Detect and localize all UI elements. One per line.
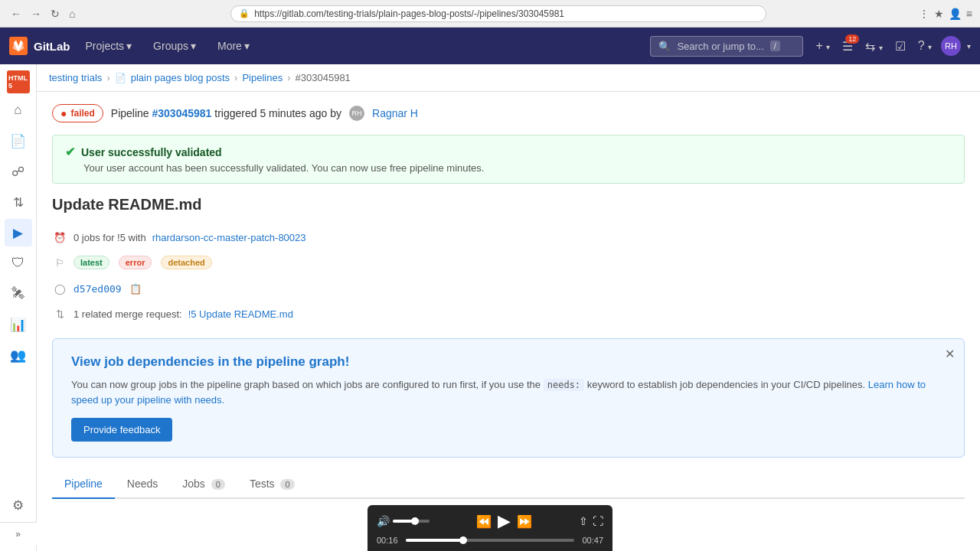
pipeline-user-link[interactable]: Ragnar H bbox=[372, 107, 418, 119]
sidebar-item-analytics[interactable]: 📊 bbox=[5, 311, 32, 338]
merge-icon: ⇅ bbox=[13, 194, 24, 210]
commit-ref-link[interactable]: rhardarson-cc-master-patch-80023 bbox=[152, 232, 306, 243]
commits-icon: ☍ bbox=[11, 164, 24, 180]
expand-icon: » bbox=[15, 529, 21, 540]
status-label: failed bbox=[70, 108, 94, 119]
tab-pipeline-label: Pipeline bbox=[64, 478, 103, 490]
nav-issues-button[interactable]: ☰ 12 bbox=[839, 36, 856, 57]
alert-title: ✔ User successfully validated bbox=[65, 145, 952, 159]
left-sidebar: HTML5 ⌂ 📄 ☍ ⇅ ▶ 🛡 🛰 📊 👥 ⚙ bbox=[0, 64, 37, 551]
search-icon: 🔍 bbox=[658, 41, 671, 52]
nav-projects[interactable]: Projects ▾ bbox=[80, 37, 139, 55]
settings-menu-button[interactable]: ≡ bbox=[966, 8, 972, 20]
infobox-body-end: keyword to establish job dependencies in… bbox=[587, 379, 865, 390]
todo-icon: ☑ bbox=[895, 40, 906, 53]
pipeline-icon: ▶ bbox=[13, 225, 23, 241]
reload-button[interactable]: ↻ bbox=[47, 6, 63, 21]
create-icon: + bbox=[815, 39, 822, 52]
forward-button[interactable]: → bbox=[28, 6, 44, 21]
copy-commit-button[interactable]: 📋 bbox=[128, 282, 143, 296]
sidebar-item-settings[interactable]: ⚙ bbox=[5, 491, 32, 519]
user-avatar[interactable]: RH bbox=[941, 36, 961, 56]
profile-button[interactable]: 👤 bbox=[949, 8, 962, 20]
extra-controls: ⇧ ⛶ bbox=[579, 515, 603, 527]
breadcrumb-plain-pages[interactable]: plain pages blog posts bbox=[131, 72, 230, 83]
player-controls-row: 🔊 ⏪ ▶ ⏩ ⇧ ⛶ bbox=[377, 511, 603, 531]
sidebar-item-home[interactable]: ⌂ bbox=[5, 96, 32, 124]
progress-fill bbox=[406, 539, 463, 542]
tab-needs[interactable]: Needs bbox=[115, 470, 170, 499]
nav-more[interactable]: More ▾ bbox=[211, 37, 256, 55]
breadcrumb-pipelines[interactable]: Pipelines bbox=[242, 72, 283, 83]
tab-jobs-count: 0 bbox=[211, 479, 225, 490]
mute-button[interactable]: 🔊 bbox=[377, 515, 390, 527]
play-pause-button[interactable]: ▶ bbox=[498, 511, 511, 531]
tab-jobs-label: Jobs bbox=[182, 478, 205, 490]
tag-error: error bbox=[119, 256, 152, 269]
commit-hash-link[interactable]: d57ed009 bbox=[74, 283, 122, 295]
create-chevron-icon: ▾ bbox=[826, 43, 830, 51]
sidebar-expand-button[interactable]: » bbox=[0, 522, 37, 545]
validation-alert: ✔ User successfully validated Your user … bbox=[52, 135, 965, 184]
breadcrumb-sep-2: › bbox=[234, 72, 237, 83]
sidebar-item-members[interactable]: 👥 bbox=[5, 341, 32, 369]
tab-tests-label: Tests bbox=[250, 478, 275, 490]
fullscreen-button[interactable]: ⛶ bbox=[593, 515, 603, 527]
page-title: Update README.md bbox=[52, 196, 965, 214]
gitlab-logo[interactable]: GitLab bbox=[9, 37, 70, 55]
progress-row: 00:16 00:47 bbox=[377, 536, 603, 545]
volume-bar[interactable] bbox=[393, 520, 430, 523]
nav-todo-button[interactable]: ☑ bbox=[892, 36, 909, 57]
commit-icon: ◯ bbox=[52, 283, 67, 295]
sidebar-item-pipelines[interactable]: ▶ bbox=[5, 219, 32, 246]
fast-forward-button[interactable]: ⏩ bbox=[517, 514, 532, 529]
back-button[interactable]: ← bbox=[8, 6, 24, 21]
more-label: More bbox=[217, 40, 242, 52]
mr-count-text: 1 related merge request: bbox=[74, 308, 182, 320]
gitlab-text: GitLab bbox=[34, 40, 70, 53]
pipeline-header: ● failed Pipeline #303045981 triggered 5… bbox=[52, 104, 965, 122]
media-player: 🔊 ⏪ ▶ ⏩ ⇧ ⛶ 00:16 00:47 bbox=[368, 505, 612, 551]
mr-link[interactable]: !5 Update README.md bbox=[188, 308, 293, 320]
tags-row: ⚐ latest error detached bbox=[52, 249, 965, 276]
commit-row: ◯ d57ed009 📋 bbox=[52, 276, 965, 302]
home-button[interactable]: ⌂ bbox=[66, 6, 78, 21]
infobox-close-button[interactable]: ✕ bbox=[945, 347, 955, 361]
infobox-title: View job dependencies in the pipeline gr… bbox=[71, 354, 946, 370]
sidebar-item-merge[interactable]: ⇅ bbox=[5, 188, 32, 216]
check-icon: ✔ bbox=[65, 145, 75, 159]
groups-chevron: ▾ bbox=[191, 40, 196, 52]
tab-needs-label: Needs bbox=[127, 478, 158, 490]
url-text: https://gitlab.com/testing-trials/plain-… bbox=[254, 8, 564, 19]
tab-jobs[interactable]: Jobs 0 bbox=[170, 470, 237, 499]
feedback-button[interactable]: Provide feedback bbox=[71, 418, 172, 442]
bookmark-button[interactable]: ★ bbox=[934, 8, 944, 20]
alert-title-text: User successfully validated bbox=[81, 146, 222, 158]
top-navigation: GitLab Projects ▾ Groups ▾ More ▾ 🔍 Sear… bbox=[0, 28, 980, 64]
rewind-button[interactable]: ⏪ bbox=[476, 514, 492, 529]
breadcrumb-testing-trials[interactable]: testing trials bbox=[49, 72, 102, 83]
user-avatar-sm: RH bbox=[349, 106, 364, 121]
address-bar[interactable]: 🔒 https://gitlab.com/testing-trials/plai… bbox=[230, 5, 766, 22]
jobs-count-row: ⏰ 0 jobs for !5 with rhardarson-cc-maste… bbox=[52, 226, 965, 249]
breadcrumb-sep-3: › bbox=[287, 72, 290, 83]
flag-icon: ⚐ bbox=[52, 257, 67, 269]
nav-merge-requests-button[interactable]: ⇆ ▾ bbox=[862, 36, 885, 57]
tab-tests[interactable]: Tests 0 bbox=[237, 470, 307, 499]
sidebar-item-commits[interactable]: ☍ bbox=[5, 158, 32, 185]
tab-pipeline[interactable]: Pipeline bbox=[52, 470, 115, 499]
progress-bar[interactable] bbox=[406, 539, 574, 542]
sidebar-item-deployments[interactable]: 🛰 bbox=[5, 280, 32, 308]
pipeline-trigger-text: triggered 5 minutes ago by bbox=[214, 107, 341, 119]
nav-groups[interactable]: Groups ▾ bbox=[147, 37, 202, 55]
projects-label: Projects bbox=[86, 40, 125, 52]
search-bar[interactable]: 🔍 Search or jump to... / bbox=[650, 36, 803, 57]
extensions-button[interactable]: ⋮ bbox=[919, 8, 929, 20]
shield-icon: 🛡 bbox=[11, 256, 24, 271]
nav-create-button[interactable]: + ▾ bbox=[812, 36, 833, 56]
sidebar-item-files[interactable]: 📄 bbox=[5, 127, 32, 155]
nav-help-button[interactable]: ? ▾ bbox=[915, 36, 935, 56]
share-button[interactable]: ⇧ bbox=[579, 515, 588, 527]
browser-chrome: ← → ↻ ⌂ 🔒 https://gitlab.com/testing-tri… bbox=[0, 0, 980, 28]
sidebar-item-security[interactable]: 🛡 bbox=[5, 249, 32, 277]
